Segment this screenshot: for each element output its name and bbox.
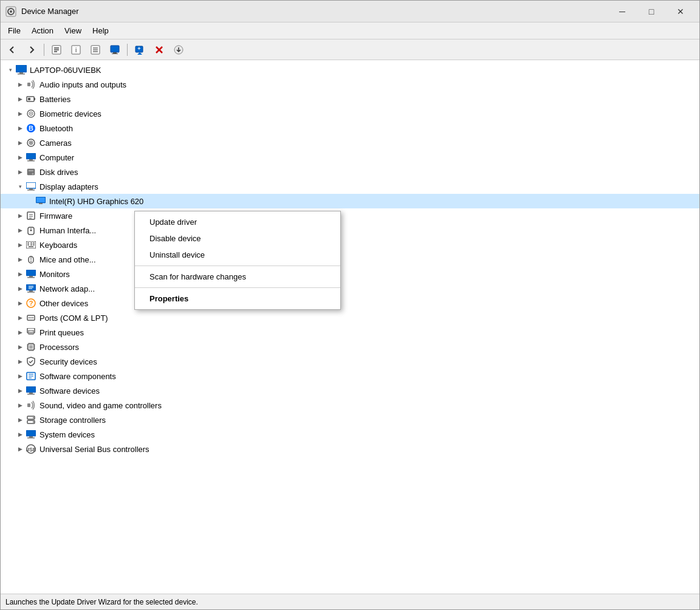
expand-sound[interactable]: ▶	[15, 400, 25, 410]
expand-biometric[interactable]: ▶	[15, 109, 25, 118]
sw-components-icon	[25, 370, 37, 382]
tree-item-print[interactable]: ▶ Print queues	[1, 325, 699, 340]
context-menu: Update driver Disable device Uninstall d…	[134, 211, 341, 310]
disk-icon	[25, 166, 37, 178]
display-icon	[25, 180, 37, 193]
svg-point-31	[30, 113, 32, 114]
svg-rect-14	[113, 52, 117, 53]
tree-item-intel-gpu[interactable]: Intel(R) UHD Graphics 620	[1, 194, 699, 208]
scan-changes-button[interactable]	[106, 42, 124, 58]
tree-item-batteries[interactable]: ▶ Batteries	[1, 92, 699, 106]
expand-security[interactable]: ▶	[15, 357, 25, 366]
expand-display[interactable]: ▾	[15, 182, 25, 191]
hid-label: Human Interfa...	[39, 226, 96, 235]
expand-keyboards[interactable]: ▶	[15, 240, 25, 250]
mice-icon	[25, 253, 37, 266]
svg-rect-105	[29, 392, 33, 394]
tree-item-usb[interactable]: ▶ USB Universal Serial Bus controllers	[1, 442, 699, 456]
tree-item-other[interactable]: ▶ ? Other devices	[1, 296, 699, 310]
expand-print[interactable]: ▶	[15, 327, 25, 337]
context-menu-scan[interactable]: Scan for hardware changes	[135, 269, 340, 285]
tree-item-mice[interactable]: ▶ Mice and othe...	[1, 252, 699, 267]
add-driver-button[interactable]: +	[131, 42, 149, 58]
show-hidden-button[interactable]	[86, 42, 105, 58]
svg-rect-62	[33, 244, 35, 245]
tree-item-monitors[interactable]: ▶ Monitors	[1, 267, 699, 281]
expand-audio[interactable]: ▶	[15, 80, 25, 89]
tree-item-sw-devices[interactable]: ▶ Software devices	[1, 383, 699, 398]
uninstall-button[interactable]	[150, 42, 168, 58]
expand-root[interactable]: ▾	[5, 65, 15, 75]
tree-root[interactable]: ▾ LAPTOP-06UVIEBK	[1, 63, 699, 77]
menu-action[interactable]: Action	[27, 24, 58, 37]
expand-sw-devices[interactable]: ▶	[15, 386, 25, 396]
menu-view[interactable]: View	[60, 24, 86, 37]
svg-point-66	[30, 261, 32, 262]
sw-devices-icon	[25, 385, 37, 397]
tree-item-audio[interactable]: ▶ Audio inputs and outputs	[1, 77, 699, 92]
tree-item-display[interactable]: ▾ Display adapters	[1, 179, 699, 194]
tree-item-cameras[interactable]: ▶ Cameras	[1, 135, 699, 150]
tree-item-sound[interactable]: ▶ Sound, video and game controllers	[1, 398, 699, 413]
monitors-icon	[25, 268, 37, 280]
expand-batteries[interactable]: ▶	[15, 94, 25, 104]
expand-other[interactable]: ▶	[15, 298, 25, 308]
context-menu-update-driver[interactable]: Update driver	[135, 214, 340, 230]
expand-computer[interactable]: ▶	[15, 152, 25, 162]
tree-item-hid[interactable]: ▶ Human Interfa...	[1, 223, 699, 238]
tree-view[interactable]: ▾ LAPTOP-06UVIEBK ▶ Audio inputs and	[1, 60, 699, 594]
expand-cameras[interactable]: ▶	[15, 138, 25, 148]
expand-sw-components[interactable]: ▶	[15, 371, 25, 381]
expand-mice[interactable]: ▶	[15, 255, 25, 264]
menu-help[interactable]: Help	[88, 24, 114, 37]
svg-rect-44	[29, 188, 33, 190]
tree-item-disk[interactable]: ▶ Disk drives	[1, 165, 699, 179]
tree-item-sw-components[interactable]: ▶ Software components	[1, 369, 699, 383]
tree-item-network[interactable]: ▶ Network adap...	[1, 281, 699, 296]
tree-item-bluetooth[interactable]: ▶ B Bluetooth	[1, 121, 699, 135]
expand-processors[interactable]: ▶	[15, 342, 25, 352]
close-button[interactable]: ✕	[667, 4, 695, 19]
expand-network[interactable]: ▶	[15, 284, 25, 293]
tree-item-biometric[interactable]: ▶ Biometric devices	[1, 106, 699, 121]
menu-file[interactable]: File	[3, 24, 26, 37]
expand-storage[interactable]: ▶	[15, 415, 25, 425]
svg-rect-67	[26, 270, 36, 276]
svg-rect-24	[18, 74, 25, 75]
context-menu-properties[interactable]: Properties	[135, 290, 340, 307]
svg-rect-47	[36, 197, 45, 202]
tree-item-processors[interactable]: ▶ Proces	[1, 340, 699, 354]
back-button[interactable]	[3, 42, 21, 58]
tree-item-ports[interactable]: ▶ Ports (COM & LPT)	[1, 310, 699, 325]
update-driver-button[interactable]: i	[67, 42, 85, 58]
svg-text:i: i	[75, 47, 77, 53]
minimize-button[interactable]: ─	[608, 4, 636, 19]
gpu-icon	[35, 195, 47, 207]
forward-button[interactable]	[22, 42, 41, 58]
tree-item-storage[interactable]: ▶ Storage controllers	[1, 413, 699, 427]
svg-rect-13	[111, 46, 119, 52]
properties-button[interactable]	[47, 42, 66, 58]
expand-firmware[interactable]: ▶	[15, 211, 25, 221]
tree-item-computer[interactable]: ▶ Computer	[1, 150, 699, 165]
download-button[interactable]	[170, 42, 188, 58]
expand-disk[interactable]: ▶	[15, 167, 25, 177]
expand-ports[interactable]: ▶	[15, 313, 25, 323]
expand-bluetooth[interactable]: ▶	[15, 123, 25, 133]
tree-item-keyboards[interactable]: ▶ Keyboards	[1, 238, 699, 252]
disk-label: Disk drives	[39, 168, 78, 177]
expand-system[interactable]: ▶	[15, 430, 25, 439]
maximize-button[interactable]: □	[637, 4, 665, 19]
tree-item-security[interactable]: ▶ Security devices	[1, 354, 699, 369]
expand-hid[interactable]: ▶	[15, 225, 25, 235]
tree-item-system[interactable]: ▶ System devices	[1, 427, 699, 442]
expand-monitors[interactable]: ▶	[15, 269, 25, 279]
context-menu-uninstall[interactable]: Uninstall device	[135, 247, 340, 263]
sw-devices-label: Software devices	[39, 386, 100, 396]
expand-usb[interactable]: ▶	[15, 444, 25, 454]
svg-rect-112	[26, 430, 36, 436]
tree-item-firmware[interactable]: ▶ Firmware	[1, 208, 699, 223]
svg-rect-114	[27, 437, 35, 439]
context-menu-disable[interactable]: Disable device	[135, 230, 340, 247]
svg-rect-59	[33, 242, 35, 244]
